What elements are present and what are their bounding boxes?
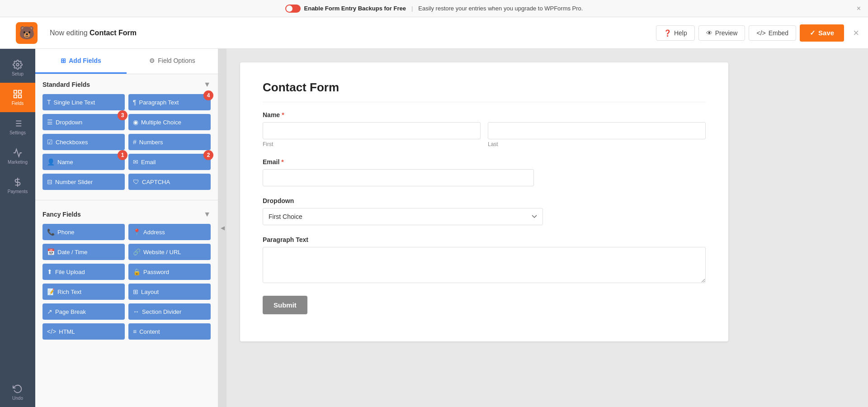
name-label-text: Name	[263, 111, 280, 118]
email-input[interactable]	[263, 169, 534, 186]
field-btn-page-break[interactable]: ↗ Page Break	[42, 303, 125, 320]
notif-toggle[interactable]	[285, 5, 301, 13]
field-btn-email[interactable]: ✉ Email 2	[128, 154, 211, 170]
preview-icon: 👁	[706, 29, 712, 37]
svg-rect-3	[14, 95, 17, 98]
dropdown-label: Dropdown	[56, 119, 82, 126]
name-field-label: Name *	[263, 111, 706, 118]
name-icon: 👤	[47, 158, 55, 166]
fancy-fields-header[interactable]: Fancy Fields ▼	[42, 210, 211, 218]
name-field: Name * First Last	[263, 111, 706, 147]
field-btn-website-url[interactable]: 🔗 Website / URL	[128, 244, 211, 260]
password-label: Password	[143, 269, 169, 275]
field-btn-paragraph-text[interactable]: ¶ Paragraph Text 4	[128, 94, 211, 110]
close-editor-button[interactable]: ×	[853, 27, 859, 39]
field-btn-file-upload[interactable]: ⬆ File Upload	[42, 264, 125, 280]
section-divider-icon: ↔	[133, 308, 139, 315]
save-button[interactable]: ✓ Save	[800, 24, 844, 42]
preview-label: Preview	[715, 29, 738, 37]
embed-label: Embed	[769, 29, 788, 37]
field-btn-content[interactable]: ≡ Content	[128, 323, 211, 340]
body-layout: Setup Fields Settings Marketing Payments…	[0, 49, 868, 407]
standard-fields-header[interactable]: Standard Fields ▼	[42, 80, 211, 89]
field-btn-captcha[interactable]: 🛡 CAPTCHA	[128, 174, 211, 190]
sidebar-item-undo[interactable]: Undo	[0, 378, 35, 407]
field-btn-checkboxes[interactable]: ☑ Checkboxes	[42, 134, 125, 150]
tab-add-fields[interactable]: ⊞ Add Fields	[35, 49, 127, 74]
sidebar-item-setup[interactable]: Setup	[0, 53, 35, 83]
sidebar-setup-label: Setup	[12, 71, 24, 76]
numbers-icon: #	[133, 138, 137, 146]
notif-description: Easily restore your entries when you upg…	[418, 5, 583, 12]
preview-button[interactable]: 👁 Preview	[698, 25, 745, 41]
sidebar-item-marketing[interactable]: Marketing	[0, 142, 35, 171]
sidebar-item-payments[interactable]: Payments	[0, 171, 35, 200]
paragraph-text-icon: ¶	[133, 99, 137, 106]
name-badge: 1	[118, 150, 127, 160]
email-icon: ✉	[133, 158, 138, 166]
fields-panel: ⊞ Add Fields ⚙ Field Options Standard Fi…	[35, 49, 218, 407]
notif-separator: |	[411, 5, 413, 12]
embed-button[interactable]: </> Embed	[749, 25, 796, 41]
form-canvas: Contact Form Name * First Last	[226, 49, 868, 407]
captcha-icon: 🛡	[133, 178, 139, 185]
content-label: Content	[139, 328, 160, 335]
number-slider-label: Number Slider	[55, 179, 93, 185]
paragraph-text-field-label: Paragraph Text	[263, 236, 706, 243]
editing-prefix: Now editing	[50, 29, 88, 37]
notif-close-button[interactable]: ×	[857, 5, 861, 13]
dropdown-select[interactable]: First Choice	[263, 208, 543, 225]
help-button[interactable]: ❓ Help	[656, 25, 695, 41]
field-btn-number-slider[interactable]: ⊟ Number Slider	[42, 174, 125, 190]
checkboxes-icon: ☑	[47, 138, 53, 146]
address-label: Address	[143, 229, 165, 236]
app-logo: 🐻	[16, 22, 38, 44]
fancy-fields-title: Fancy Fields	[42, 211, 81, 218]
field-btn-phone[interactable]: 📞 Phone	[42, 224, 125, 240]
dropdown-field: Dropdown First Choice	[263, 197, 706, 225]
sidebar-settings-label: Settings	[9, 130, 26, 135]
name-required-star: *	[282, 111, 284, 118]
sidebar-item-settings[interactable]: Settings	[0, 112, 35, 142]
save-label: Save	[818, 29, 834, 37]
standard-fields-title: Standard Fields	[42, 81, 90, 88]
field-btn-multiple-choice[interactable]: ◉ Multiple Choice	[128, 114, 211, 130]
panel-tabs: ⊞ Add Fields ⚙ Field Options	[35, 49, 218, 74]
field-btn-date-time[interactable]: 📅 Date / Time	[42, 244, 125, 260]
captcha-label: CAPTCHA	[142, 179, 170, 185]
main-header: 🐻 Now editing Contact Form ❓ Help 👁 Prev…	[0, 17, 868, 49]
fancy-fields-grid: 📞 Phone 📍 Address 📅 Date / Time 🔗 Websit…	[42, 224, 211, 340]
form-display-title: Contact Form	[263, 80, 706, 102]
sidebar-payments-label: Payments	[8, 189, 28, 194]
name-first-col: First	[263, 122, 481, 147]
numbers-label: Numbers	[139, 139, 163, 146]
name-first-input[interactable]	[263, 122, 481, 139]
field-btn-rich-text[interactable]: 📝 Rich Text	[42, 284, 125, 300]
field-btn-html[interactable]: </> HTML	[42, 323, 125, 340]
field-btn-layout[interactable]: ⊞ Layout	[128, 284, 211, 300]
panel-collapse-handle[interactable]: ◀	[218, 49, 226, 407]
tab-add-fields-label: Add Fields	[69, 57, 101, 64]
field-btn-password[interactable]: 🔒 Password	[128, 264, 211, 280]
name-first-sublabel: First	[263, 141, 481, 147]
field-btn-dropdown[interactable]: ☰ Dropdown 3	[42, 114, 125, 130]
single-line-text-icon: T	[47, 99, 51, 106]
field-btn-numbers[interactable]: # Numbers	[128, 134, 211, 150]
paragraph-text-textarea[interactable]	[263, 247, 706, 283]
standard-fields-grid: T Single Line Text ¶ Paragraph Text 4 ☰ …	[42, 94, 211, 190]
paragraph-text-badge: 4	[203, 90, 213, 100]
file-upload-label: File Upload	[55, 269, 85, 275]
field-btn-single-line-text[interactable]: T Single Line Text	[42, 94, 125, 110]
submit-button[interactable]: Submit	[263, 296, 307, 314]
svg-rect-2	[19, 90, 21, 93]
sidebar-item-fields[interactable]: Fields	[0, 83, 35, 112]
sidebar-undo-label: Undo	[12, 396, 23, 401]
tab-field-options[interactable]: ⚙ Field Options	[127, 49, 218, 74]
field-btn-address[interactable]: 📍 Address	[128, 224, 211, 240]
field-btn-section-divider[interactable]: ↔ Section Divider	[128, 303, 211, 320]
name-last-input[interactable]	[488, 122, 706, 139]
field-options-icon: ⚙	[149, 57, 155, 64]
field-btn-name[interactable]: 👤 Name 1	[42, 154, 125, 170]
email-label-text: Email	[263, 158, 279, 166]
name-row: First Last	[263, 122, 706, 147]
